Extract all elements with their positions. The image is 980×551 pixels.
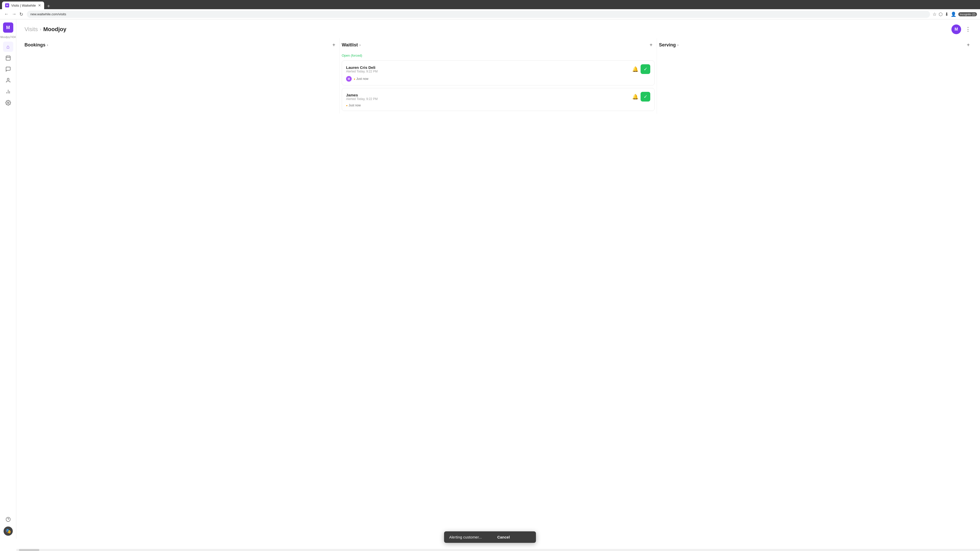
svg-point-8 <box>7 102 9 103</box>
download-icon[interactable]: ⬇ <box>945 11 948 17</box>
serving-add-button[interactable]: + <box>965 41 972 48</box>
breadcrumb: Visits › Moodjoy <box>24 26 66 33</box>
waitlist-add-button[interactable]: + <box>648 41 655 48</box>
serving-arrow-icon: › <box>677 43 679 47</box>
visit-name-james: James <box>346 93 378 97</box>
bookings-arrow-icon: › <box>47 43 48 47</box>
visit-meta-lauren: M ● Just now <box>346 76 650 82</box>
active-tab[interactable]: W Visits | Waitwhile ✕ <box>2 2 44 9</box>
sidebar-logo[interactable]: M <box>3 22 13 33</box>
sidebar-item-analytics[interactable] <box>3 86 13 97</box>
bookmark-icon[interactable]: ☆ <box>932 11 937 17</box>
sidebar-item-home[interactable]: ⌂ <box>3 41 13 52</box>
visit-card-lauren-row: Lauren Cris Deli Alerted Today, 9:22 PM … <box>346 64 650 74</box>
reload-button[interactable]: ↻ <box>18 11 24 18</box>
tab-favicon: W <box>5 3 9 7</box>
serving-title[interactable]: Serving › <box>659 42 679 48</box>
bookings-title[interactable]: Bookings › <box>24 42 48 48</box>
url-text: new.waitwhile.com/visits <box>30 12 66 16</box>
tab-close-button[interactable]: ✕ <box>38 3 41 7</box>
visit-card-lauren: Lauren Cris Deli Alerted Today, 9:22 PM … <box>342 60 655 86</box>
url-bar[interactable]: new.waitwhile.com/visits <box>27 11 930 18</box>
visit-card-james-info: James Alerted Today, 9:22 PM <box>346 93 378 101</box>
bookings-add-button[interactable]: + <box>330 41 337 48</box>
breadcrumb-visits[interactable]: Visits <box>24 26 38 33</box>
visit-actions-lauren: 🔔 ✓ <box>632 64 650 74</box>
sidebar-item-help[interactable] <box>3 514 13 524</box>
main-content: Visits › Moodjoy M ⋮ Bookings › + <box>16 19 980 539</box>
extensions-icon[interactable]: ⬡ <box>939 11 943 17</box>
serving-column-header: Serving › + <box>659 38 972 52</box>
forward-button[interactable]: → <box>11 11 18 18</box>
bookings-column-header: Bookings › + <box>24 38 337 52</box>
address-bar: ← → ↻ new.waitwhile.com/visits ☆ ⬡ ⬇ 👤 I… <box>0 9 980 19</box>
incognito-badge[interactable]: Incognito (2) <box>958 12 977 16</box>
serving-label: Serving <box>659 42 676 48</box>
bell-button-james[interactable]: 🔔 <box>632 94 638 100</box>
visit-time-lauren: Alerted Today, 9:22 PM <box>346 70 378 73</box>
bell-button-lauren[interactable]: 🔔 <box>632 66 638 72</box>
waitlist-arrow-icon: › <box>360 43 361 47</box>
check-button-lauren[interactable]: ✓ <box>641 64 650 74</box>
page-header: Visits › Moodjoy M ⋮ <box>16 19 980 38</box>
sidebar: M Moodjoy7434 ⌂ <box>0 19 16 539</box>
svg-rect-0 <box>6 56 10 60</box>
tab-title: Visits | Waitwhile <box>11 3 36 7</box>
more-options-button[interactable]: ⋮ <box>964 25 972 34</box>
breadcrumb-current: Moodjoy <box>43 26 66 33</box>
sidebar-item-users[interactable] <box>3 75 13 86</box>
visit-meta-james: ● Just now <box>346 103 650 107</box>
sidebar-user-avatar[interactable]: 🎭 <box>3 527 13 536</box>
toast-container: Alerting customer... Cancel <box>444 531 536 539</box>
sidebar-item-calendar[interactable] <box>3 53 13 63</box>
visit-avatar-lauren: M <box>346 76 352 82</box>
wait-indicator-james: ● Just now <box>346 103 361 107</box>
waitlist-column: Waitlist › + Open (forced) Lauren Cris D… <box>340 38 657 114</box>
visit-name-lauren: Lauren Cris Deli <box>346 65 378 70</box>
svg-point-4 <box>7 78 9 80</box>
user-avatar[interactable]: M <box>951 24 961 34</box>
waitlist-title[interactable]: Waitlist › <box>342 42 361 48</box>
browser-tab-bar: W Visits | Waitwhile ✕ + <box>0 0 980 9</box>
waitlist-label: Waitlist <box>342 42 358 48</box>
profile-icon[interactable]: 👤 <box>951 11 956 17</box>
breadcrumb-separator: › <box>40 27 41 32</box>
wait-dot-lauren: ● <box>354 78 355 80</box>
wait-dot-james: ● <box>346 104 348 107</box>
app-container: M Moodjoy7434 ⌂ <box>0 19 980 539</box>
sidebar-org-name: Moodjoy7434 <box>0 36 17 38</box>
visit-card-james-row: James Alerted Today, 9:22 PM 🔔 ✓ <box>346 92 650 102</box>
sidebar-item-messages[interactable] <box>3 64 13 74</box>
nav-buttons: ← → ↻ <box>3 11 24 18</box>
browser-actions: ☆ ⬡ ⬇ 👤 Incognito (2) <box>932 11 977 17</box>
new-tab-button[interactable]: + <box>45 3 52 9</box>
header-actions: M ⋮ <box>951 24 972 34</box>
sidebar-bottom: 🎭 <box>3 514 13 536</box>
columns-container: Bookings › + Waitlist › + Open (forced) <box>16 38 980 114</box>
back-button[interactable]: ← <box>3 11 10 18</box>
visit-actions-james: 🔔 ✓ <box>632 92 650 102</box>
waitlist-status: Open (forced) <box>342 54 655 57</box>
toast: Alerting customer... Cancel <box>444 531 536 539</box>
bookings-column: Bookings › + <box>22 38 340 114</box>
visit-card-lauren-info: Lauren Cris Deli Alerted Today, 9:22 PM <box>346 65 378 73</box>
wait-time-lauren: Just now <box>356 77 368 81</box>
sidebar-item-settings[interactable] <box>3 98 13 108</box>
wait-indicator-lauren: ● Just now <box>354 77 368 81</box>
toast-cancel-button[interactable]: Cancel <box>497 535 510 539</box>
wait-time-james: Just now <box>348 103 361 107</box>
visit-time-james: Alerted Today, 9:22 PM <box>346 97 378 101</box>
waitlist-column-header: Waitlist › + <box>342 38 655 52</box>
visit-card-james: James Alerted Today, 9:22 PM 🔔 ✓ ● Just … <box>342 88 655 111</box>
bookings-label: Bookings <box>24 42 45 48</box>
serving-column: Serving › + <box>657 38 974 114</box>
toast-message: Alerting customer... <box>449 535 482 539</box>
check-button-james[interactable]: ✓ <box>641 92 650 102</box>
